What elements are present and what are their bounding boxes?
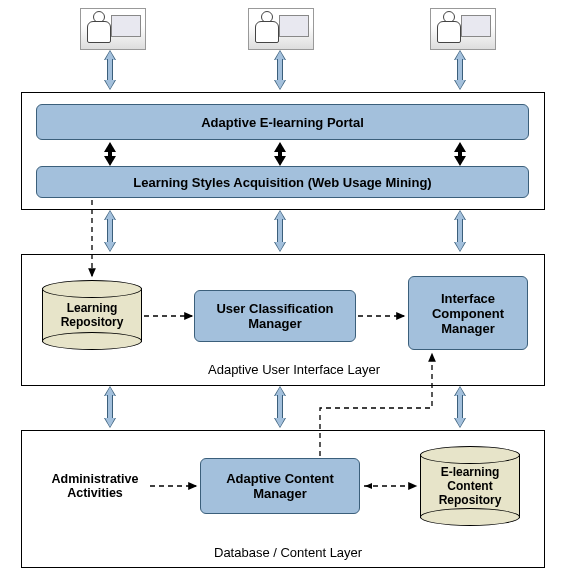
adaptive-content-manager-box: Adaptive Content Manager (200, 458, 360, 514)
elearning-repo-label: E-learning Content Repository (420, 466, 520, 507)
portal-label: Adaptive E-learning Portal (201, 115, 364, 130)
bidir-arrow-icon (104, 50, 116, 90)
portal-box: Adaptive E-learning Portal (36, 104, 529, 140)
person-icon (437, 11, 459, 45)
db-layer-label: Database / Content Layer (214, 545, 362, 560)
user-icon (80, 8, 146, 50)
learning-repo-label: Learning Repository (42, 302, 142, 330)
black-bidir-arrow-icon (454, 142, 466, 166)
bidir-arrow-icon (274, 50, 286, 90)
person-icon (255, 11, 277, 45)
ucm-label: User Classification Manager (216, 301, 333, 331)
black-bidir-arrow-icon (274, 142, 286, 166)
bidir-arrow-icon (454, 50, 466, 90)
user-icon (430, 8, 496, 50)
bidir-arrow-icon (274, 210, 286, 252)
lsa-label: Learning Styles Acquisition (Web Usage M… (133, 175, 431, 190)
person-icon (87, 11, 109, 45)
user-icon (248, 8, 314, 50)
aui-layer-label: Adaptive User Interface Layer (208, 362, 380, 377)
architecture-diagram: Adaptive E-learning Portal Learning Styl… (0, 0, 566, 584)
monitor-icon (461, 15, 491, 37)
monitor-icon (279, 15, 309, 37)
black-bidir-arrow-icon (104, 142, 116, 166)
learning-repository-cylinder: Learning Repository (42, 280, 142, 350)
bidir-arrow-icon (274, 386, 286, 428)
user-classification-manager-box: User Classification Manager (194, 290, 356, 342)
lsa-box: Learning Styles Acquisition (Web Usage M… (36, 166, 529, 198)
bidir-arrow-icon (454, 210, 466, 252)
admin-activities-label: Administrative Activities (40, 472, 150, 501)
elearning-content-repository-cylinder: E-learning Content Repository (420, 446, 520, 526)
monitor-icon (111, 15, 141, 37)
bidir-arrow-icon (454, 386, 466, 428)
icm-label: Interface Component Manager (432, 291, 504, 336)
bidir-arrow-icon (104, 210, 116, 252)
bidir-arrow-icon (104, 386, 116, 428)
interface-component-manager-box: Interface Component Manager (408, 276, 528, 350)
acm-label: Adaptive Content Manager (226, 471, 334, 501)
